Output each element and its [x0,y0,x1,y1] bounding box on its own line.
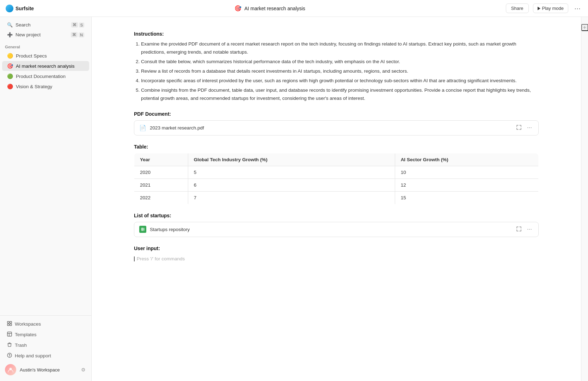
app-name: Surfsite [16,6,34,11]
pdf-expand-button[interactable] [515,124,523,132]
workspace-settings-button[interactable]: ⚙ [80,366,86,373]
svg-point-8 [9,356,10,357]
ai-market-label: AI market research analysis [16,64,75,69]
sidebar-item-product-specs[interactable]: 🟡 Product Specs [2,51,89,61]
text-cursor [134,256,135,261]
page-emoji: 🎯 [234,5,241,12]
search-meta-key: ⌘ [71,22,78,28]
right-panel: + [581,17,588,381]
user-input-section: User input: Press '/' for commands [134,246,539,263]
instructions-label: Instructions: [134,31,539,37]
sidebar: 🔍 Search ⌘ S ➕ New project ⌘ N General [0,17,92,381]
svg-rect-1 [10,321,12,323]
vision-strategy-label: Vision & Strategy [16,84,52,89]
avatar [5,364,16,375]
search-icon: 🔍 [7,22,13,28]
play-mode-label: Play mode [542,6,564,11]
table-header-row: Year Global Tech Industry Growth (%) AI … [134,153,539,166]
table-row: 2022 7 15 [134,191,539,204]
cell-year-2020: 2020 [134,166,188,179]
pdf-section-label: PDF Document: [134,111,539,117]
play-icon [538,7,540,10]
workspaces-icon [7,321,12,327]
product-specs-emoji: 🟡 [7,53,13,59]
topbar-left: Surfsite [6,5,34,12]
user-input-field[interactable]: Press '/' for commands [134,255,539,263]
data-table: Year Global Tech Industry Growth (%) AI … [134,153,539,204]
product-docs-emoji: 🟢 [7,73,13,79]
templates-label: Templates [15,332,37,337]
instruction-3: Review a list of records from a database… [141,67,539,75]
workspace-row[interactable]: Austin's Workspace ⚙ [0,361,91,378]
sheets-icon [139,226,146,233]
new-project-key: N [79,32,84,37]
help-label: Help and support [15,353,51,358]
instructions-section: Instructions: Examine the provided PDF d… [134,31,539,103]
content-area: Instructions: Examine the provided PDF d… [92,17,581,381]
table-row: 2021 6 12 [134,179,539,191]
share-button[interactable]: Share [506,4,529,13]
pdf-actions: ⋯ [515,124,533,132]
sidebar-item-ai-market[interactable]: 🎯 AI market research analysis [2,61,89,71]
sidebar-item-templates[interactable]: Templates [2,329,89,340]
pdf-file-icon: 📄 [139,125,146,131]
help-icon [7,353,12,359]
col-global-growth: Global Tech Industry Growth (%) [188,153,395,166]
new-project-meta-key: ⌘ [71,32,78,37]
sidebar-item-help[interactable]: Help and support [2,351,89,361]
new-project-item[interactable]: ➕ New project ⌘ N [2,30,89,40]
play-mode-button[interactable]: Play mode [533,4,568,13]
svg-rect-0 [7,321,9,323]
product-docs-label: Product Documentation [16,74,66,79]
table-section: Table: Year Global Tech Industry Growth … [134,144,539,204]
svg-rect-2 [7,324,9,326]
more-options-button[interactable]: ⋯ [572,4,582,13]
repo-actions: ⋯ [515,226,533,233]
col-ai-growth: AI Sector Growth (%) [395,153,538,166]
new-project-label: New project [16,32,41,37]
instruction-5: Combine insights from the PDF document, … [141,86,539,103]
search-item[interactable]: 🔍 Search ⌘ S [2,20,89,30]
instructions-list: Examine the provided PDF document of a r… [134,40,539,103]
pdf-more-button[interactable]: ⋯ [526,124,533,131]
svg-rect-4 [7,332,12,336]
search-label: Search [16,22,31,28]
cell-global-2020: 5 [188,166,395,179]
topbar: Surfsite 🎯 AI market research analysis S… [0,0,588,17]
plus-icon: ➕ [7,32,13,37]
table-row: 2020 5 10 [134,166,539,179]
sidebar-nav: 🔍 Search ⌘ S ➕ New project ⌘ N General [0,17,91,315]
vision-strategy-emoji: 🔴 [7,84,13,89]
col-year: Year [134,153,188,166]
new-project-shortcut: ⌘ N [71,32,84,37]
repo-more-button[interactable]: ⋯ [526,226,533,233]
sidebar-item-product-docs[interactable]: 🟢 Product Documentation [2,71,89,81]
workspace-name: Austin's Workspace [20,367,77,373]
svg-rect-3 [10,324,12,326]
sidebar-item-workspaces[interactable]: Workspaces [2,319,89,329]
cell-ai-2021: 12 [395,179,538,191]
add-column-button[interactable]: + [581,24,588,31]
sidebar-item-vision-strategy[interactable]: 🔴 Vision & Strategy [2,81,89,91]
repo-expand-button[interactable] [515,226,523,233]
cell-global-2021: 6 [188,179,395,191]
user-input-placeholder-text: Press '/' for commands [137,256,185,261]
repo-filename: Startups repository [150,227,512,232]
page-title: AI market research analysis [244,6,305,11]
sidebar-bottom: Workspaces Templates Trash Help and supp… [0,315,91,381]
trash-icon [7,342,12,348]
cell-ai-2020: 10 [395,166,538,179]
instruction-4: Incorporate specific areas of interest p… [141,77,539,85]
templates-icon [7,332,12,338]
search-key: S [79,23,84,28]
table-section-label: Table: [134,144,539,150]
startups-section: List of startups: Startups repository ⋯ [134,213,539,237]
pdf-filename: 2023 market research.pdf [150,125,512,131]
ai-market-emoji: 🎯 [7,63,13,69]
sidebar-item-trash[interactable]: Trash [2,340,89,350]
cell-ai-2022: 15 [395,191,538,204]
logo-icon [6,5,13,12]
search-shortcut: ⌘ S [71,22,84,28]
product-specs-label: Product Specs [16,53,47,59]
svg-rect-10 [141,228,145,231]
